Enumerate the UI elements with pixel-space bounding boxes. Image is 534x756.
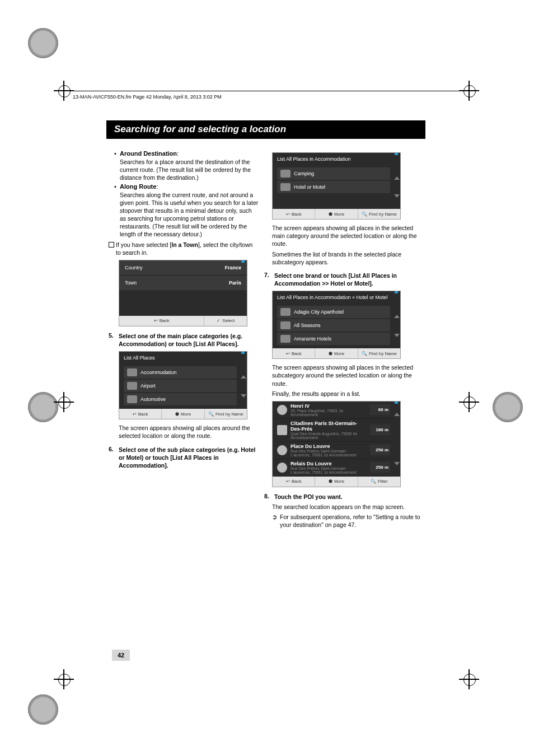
back-button[interactable]: ↩ Back [273, 209, 315, 219]
field-value: Paris [229, 280, 241, 286]
scrollbar[interactable] [394, 315, 400, 337]
field-town[interactable]: Town Paris [119, 275, 247, 290]
find-by-name-button[interactable]: 🔍 Find by Name [205, 409, 247, 419]
scroll-down-icon [394, 194, 400, 198]
scroll-up-icon [394, 176, 400, 180]
list-item[interactable]: Accommodation [124, 366, 237, 379]
scroll-down-icon [241, 394, 246, 398]
poi-icon [277, 463, 287, 473]
category-icon [127, 368, 137, 376]
brand-icon [280, 321, 291, 329]
bullet-around-destination-text: Searches for a place around the destinat… [120, 158, 259, 182]
page-content: Searching for and selecting a location •… [106, 120, 425, 530]
print-circle-mr [493, 392, 523, 422]
more-button[interactable]: ⬟ More [315, 477, 358, 487]
field-label: Country [125, 265, 221, 270]
print-header-text: 13-MAN-AVICF550-EN.fm Page 42 Monday, Ap… [73, 94, 222, 100]
screenshot-brand-list: List All Places in Accommodation » Hotel… [272, 291, 401, 359]
result-name: Relais Du Louvre [291, 461, 367, 466]
result-distance: 60 m [370, 404, 390, 415]
column-right: List All Places in Accommodation Camping… [272, 149, 424, 530]
back-button[interactable]: ↩ Back [273, 348, 315, 358]
screenshot-result-list: Henri IV25, Place Dauphine, 75001 1e Arr… [272, 401, 401, 487]
list-header[interactable]: List All Places [119, 352, 247, 364]
step-8-followup: The searched location appears on the map… [272, 503, 424, 511]
poi-icon [277, 445, 287, 455]
bullet-title: Along Route [120, 183, 156, 190]
more-button[interactable]: ⬟ More [315, 348, 358, 358]
result-distance: 180 m [370, 424, 390, 435]
scrollbar[interactable] [394, 413, 400, 465]
scrollbar[interactable] [394, 176, 400, 198]
paragraph: The screen appears showing all places in… [272, 224, 424, 248]
step-6: 6. Select one of the sub place categorie… [106, 446, 259, 470]
find-by-name-button[interactable]: 🔍 Find by Name [358, 348, 400, 358]
scroll-down-icon [394, 334, 400, 337]
back-button[interactable]: ↩ Back [119, 409, 162, 419]
screenshot-accent [241, 352, 245, 354]
step-5-followup: The screen appears showing all places ar… [119, 424, 259, 440]
back-button[interactable]: ↩ Back [273, 477, 315, 487]
scroll-up-icon [241, 375, 246, 379]
back-button[interactable]: ↩ Back [119, 316, 204, 326]
select-button[interactable]: ✓ Select [204, 316, 247, 326]
category-icon [127, 382, 137, 390]
screenshot-accent [395, 153, 398, 155]
paragraph: The screen appears showing all places in… [272, 363, 424, 388]
result-distance: 250 m [370, 445, 390, 455]
list-item[interactable]: Hotel or Motel [277, 181, 390, 193]
bullet-title: Around Destination [120, 150, 177, 157]
bullet-along-route: • Along Route: [114, 183, 259, 190]
crop-mark-bl [54, 669, 74, 689]
note-pre: If you have selected [ [116, 241, 171, 248]
scroll-down-icon [394, 462, 400, 465]
crop-mark-mr [459, 392, 479, 412]
cross-reference: ➲ For subsequent operations, refer to "S… [272, 513, 424, 529]
page-number: 42 [112, 650, 130, 661]
list-item[interactable]: Camping [277, 167, 390, 180]
crop-mark-ml [54, 392, 74, 412]
screenshot-town-select: Country France Town Paris ↩ Back ✓ Selec… [119, 260, 247, 326]
list-header[interactable]: List All Places in Accommodation » Hotel… [273, 291, 400, 304]
more-button[interactable]: ⬟ More [315, 209, 358, 219]
bullet-around-destination: • Around Destination: [114, 150, 259, 157]
brand-icon [280, 308, 291, 316]
list-item[interactable]: All Seasons [277, 319, 390, 332]
step-7: 7. Select one brand or touch [List All P… [262, 272, 424, 287]
result-distance: 250 m [370, 462, 390, 473]
scroll-up-icon [394, 413, 400, 416]
paragraph: Finally, the results appear in a list. [272, 390, 424, 398]
more-button[interactable]: ⬟ More [162, 409, 204, 419]
result-row[interactable]: Place Du LouvreRue Des Prêtres Saint-Ger… [274, 442, 394, 459]
result-name: Place Du Louvre [291, 444, 367, 449]
list-item[interactable]: Automotive [124, 393, 237, 405]
print-header-rule [67, 91, 470, 91]
result-row[interactable]: Henri IV25, Place Dauphine, 75001 1e Arr… [274, 402, 394, 419]
scrollbar[interactable] [240, 375, 247, 398]
screenshot-sub-categories: List All Places in Accommodation Camping… [272, 152, 401, 220]
field-country[interactable]: Country France [119, 260, 247, 275]
result-row[interactable]: Citadines Paris St-Germain-Des-PrésQuai … [274, 419, 394, 442]
category-icon [127, 395, 137, 403]
list-item[interactable]: Amarante Hotels [277, 333, 390, 345]
step-8: 8. Touch the POI you want. [262, 493, 424, 501]
find-by-name-button[interactable]: 🔍 Find by Name [358, 209, 400, 219]
result-address: 25, Place Dauphine, 75001 1e Arrondissem… [291, 409, 367, 417]
category-icon [280, 183, 291, 191]
filter-button[interactable]: 🔍 Filter [358, 477, 400, 487]
result-name: Henri IV [291, 403, 367, 409]
list-item[interactable]: Airport [124, 380, 237, 392]
result-address: Rue Des Prêtres Saint-Germain L'auxerroi… [291, 466, 367, 474]
poi-icon [277, 405, 287, 415]
screenshot-accent [395, 291, 398, 293]
poi-icon [277, 425, 287, 435]
screenshot-main-categories: List All Places Accommodation Airport Au… [119, 351, 247, 419]
field-label: Town [125, 280, 226, 286]
list-item[interactable]: Adagio City Aparthotel [277, 306, 390, 318]
step-5: 5. Select one of the main place categori… [106, 332, 259, 348]
list-header[interactable]: List All Places in Accommodation [273, 153, 400, 165]
section-title: Searching for and selecting a location [106, 120, 425, 139]
category-icon [280, 170, 291, 178]
field-value: France [224, 265, 241, 270]
result-row[interactable]: Relais Du LouvreRue Des Prêtres Saint-Ge… [274, 459, 394, 477]
